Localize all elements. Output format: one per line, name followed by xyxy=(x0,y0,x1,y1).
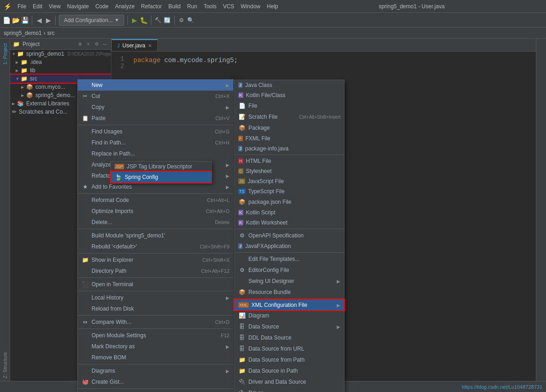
sub-css[interactable]: C Stylesheet xyxy=(235,166,344,176)
xml-spring-config[interactable]: 🍃 Spring Config xyxy=(111,172,211,183)
ctx-new[interactable]: New ▶ xyxy=(78,80,233,91)
tab-close-icon[interactable]: ✕ xyxy=(148,43,152,48)
sub-java-class[interactable]: J Java Class xyxy=(235,80,344,90)
sub-ddl-data-source[interactable]: 🗄 DDL Data Source xyxy=(235,332,344,343)
ctx-mark-dir[interactable]: Mark Directory as ▶ xyxy=(78,341,233,352)
toolbar: 📄 📂 💾 ◀ ▶ Add Configuration... ▼ ▶ 🐛 🔨 🔄… xyxy=(0,13,546,28)
ctx-gist[interactable]: 🐙 Create Gist... xyxy=(78,376,233,387)
sub-pkgjson[interactable]: 📦 package.json File xyxy=(235,196,344,208)
ctx-reload[interactable]: Reload from Disk xyxy=(78,303,233,314)
sub-driver[interactable]: 🔌 Driver xyxy=(235,387,344,392)
locate-icon[interactable]: ⊕ xyxy=(77,41,83,47)
breadcrumb-src[interactable]: src xyxy=(47,30,55,36)
sub-package[interactable]: 📦 Package xyxy=(235,122,344,133)
ctx-find-in-path[interactable]: Find in Path... Ctrl+H xyxy=(78,137,233,148)
add-configuration-button[interactable]: Add Configuration... ▼ xyxy=(59,15,124,26)
ctx-local-history[interactable]: Local History ▶ xyxy=(78,292,233,303)
debug-icon[interactable]: 🐛 xyxy=(140,17,148,24)
sub-openapi[interactable]: ⚙ OpenAPI Specification xyxy=(235,230,344,241)
editor-tab-user[interactable]: J User.java ✕ xyxy=(111,39,158,51)
ctx-remove-bom[interactable]: Remove BOM xyxy=(78,352,233,363)
sub-fxml[interactable]: F FXML File xyxy=(235,133,344,144)
menu-help[interactable]: Help xyxy=(264,2,281,11)
menu-build[interactable]: Build xyxy=(166,2,184,11)
forward-icon[interactable]: ▶ xyxy=(45,17,52,24)
sub-javafx[interactable]: J JavaFXApplication xyxy=(235,241,344,251)
ctx-cut[interactable]: ✂ Cut Ctrl+X xyxy=(78,91,233,102)
ctx-rebuild[interactable]: Rebuild '<default>' Ctrl+Shift+F9 xyxy=(78,241,233,252)
refresh-icon[interactable]: 🔄 xyxy=(164,17,171,24)
minimize-icon[interactable]: — xyxy=(102,41,108,47)
menu-vcs[interactable]: VCS xyxy=(220,2,237,11)
ctx-build-module[interactable]: Build Module 'spring5_demo1' xyxy=(78,230,233,241)
ctx-dir-path[interactable]: Directory Path Ctrl+Alt+F12 xyxy=(78,265,233,277)
sub-fxml-icon: F xyxy=(238,136,243,141)
collapse-icon[interactable]: ≡ xyxy=(85,41,92,47)
sub-diagram[interactable]: 📊 Diagram xyxy=(235,310,344,321)
save-icon[interactable]: 💾 xyxy=(21,17,29,24)
menu-view[interactable]: View xyxy=(46,2,63,11)
menu-navigate[interactable]: Navigate xyxy=(64,2,92,11)
sub-html[interactable]: H HTML File xyxy=(235,156,344,166)
menu-tools[interactable]: Tools xyxy=(201,2,219,11)
sub-kotlin-class[interactable]: K Kotlin File/Class xyxy=(235,90,344,100)
tree-idea[interactable]: ▶ 📁 .idea xyxy=(10,58,111,66)
tree-lib[interactable]: ▶ 📁 lib xyxy=(10,66,111,75)
xml-jsp-tag[interactable]: JSP JSP Tag Library Descriptor xyxy=(111,161,211,172)
menu-file[interactable]: File xyxy=(15,2,29,11)
sub-driver-datasource[interactable]: 🔌 Driver and Data Source xyxy=(235,376,344,387)
sidebar-tab-structure[interactable]: Z: Structure xyxy=(2,343,8,381)
sub-xml-config[interactable]: XML XML Configuration File ▶ xyxy=(235,300,344,310)
ctx-copy[interactable]: Copy ▶ xyxy=(78,102,233,113)
ctx-terminal[interactable]: ⬛ Open in Terminal xyxy=(78,279,233,290)
menu-code[interactable]: Code xyxy=(92,2,111,11)
ctx-paste[interactable]: 📋 Paste Ctrl+V xyxy=(78,113,233,124)
new-submenu[interactable]: J Java Class K Kotlin File/Class 📄 File … xyxy=(234,80,345,392)
ctx-diagrams[interactable]: Diagrams ▶ xyxy=(78,365,233,376)
sub-js[interactable]: JS JavaScript File xyxy=(235,176,344,186)
sub-editorconfig[interactable]: ⚙ EditorConfig File xyxy=(235,265,344,276)
search-icon[interactable]: 🔍 xyxy=(187,17,195,24)
menu-window[interactable]: Window xyxy=(238,2,263,11)
sub-kotlin-script[interactable]: K Kotlin Script xyxy=(235,208,344,218)
sub-kotlin-ws[interactable]: K Kotlin Worksheet xyxy=(235,218,344,228)
sub-swing[interactable]: Swing UI Designer ▶ xyxy=(235,276,344,287)
ctx-find-usages[interactable]: Find Usages Ctrl+G xyxy=(78,126,233,137)
xml-config-submenu[interactable]: JSP JSP Tag Library Descriptor 🍃 Spring … xyxy=(110,161,212,183)
ctx-findusages-label: Find Usages xyxy=(92,128,212,135)
new-file-icon[interactable]: 📄 xyxy=(3,17,10,24)
menu-edit[interactable]: Edit xyxy=(30,2,45,11)
ctx-replace[interactable]: Replace in Path... xyxy=(78,148,233,159)
breadcrumb-project[interactable]: spring5_demo1 xyxy=(4,30,42,36)
ctx-compare[interactable]: ⇔ Compare With... Ctrl+D xyxy=(78,317,233,328)
menu-analyze[interactable]: Analyze xyxy=(112,2,138,11)
settings-icon[interactable]: ⚙ xyxy=(178,17,185,24)
sub-ts[interactable]: TS TypeScript File xyxy=(235,186,344,196)
sub-data-source[interactable]: 🗄 Data Source ▶ xyxy=(235,321,344,332)
tree-root[interactable]: ▼ 📁 spring5_demo1 D:\IDEA2020.2\Projects… xyxy=(10,50,111,58)
ctx-convert-kotlin[interactable]: Convert Java File to Kotlin File Ctrl+Al… xyxy=(78,390,233,392)
sub-edit-templates[interactable]: Edit File Templates... xyxy=(235,254,344,265)
run-icon[interactable]: ▶ xyxy=(131,17,138,24)
sub-pkg-info[interactable]: J package-info.java xyxy=(235,144,344,154)
ctx-show-explorer[interactable]: 📁 Show in Explorer Ctrl+Shift+X xyxy=(78,254,233,265)
menu-run[interactable]: Run xyxy=(184,2,200,11)
ctx-reformat[interactable]: Reformat Code Ctrl+Alt+L xyxy=(78,195,233,206)
ctx-optimize[interactable]: Optimize Imports Ctrl+Alt+O xyxy=(78,206,233,217)
sub-resource-bundle[interactable]: 📦 Resource Bundle xyxy=(235,287,344,298)
back-icon[interactable]: ◀ xyxy=(35,17,43,24)
context-menu[interactable]: New ▶ ✂ Cut Ctrl+X Copy ▶ 📋 Paste Ctrl+V… xyxy=(77,79,234,392)
menu-refactor[interactable]: Refactor xyxy=(138,2,165,11)
sub-datasource-url[interactable]: 🗄 Data Source from URL xyxy=(235,343,344,354)
sub-file[interactable]: 📄 File xyxy=(235,100,344,111)
open-icon[interactable]: 📂 xyxy=(12,17,19,24)
ctx-delete[interactable]: Delete... Delete xyxy=(78,217,233,228)
build-icon[interactable]: 🔨 xyxy=(155,17,162,24)
sidebar-tab-project[interactable]: 1: Project xyxy=(2,40,8,67)
sub-datasource-in-path[interactable]: 📁 Data Source in Path xyxy=(235,365,344,376)
menu-bar[interactable]: File Edit View Navigate Code Analyze Ref… xyxy=(15,2,281,11)
sub-datasource-path[interactable]: 📁 Data Source from Path xyxy=(235,354,344,365)
ctx-module-settings[interactable]: Open Module Settings F12 xyxy=(78,330,233,341)
sub-scratch[interactable]: 📝 Scratch File Ctrl+Alt+Shift+Insert xyxy=(235,111,344,122)
gear-icon[interactable]: ⚙ xyxy=(93,41,100,47)
